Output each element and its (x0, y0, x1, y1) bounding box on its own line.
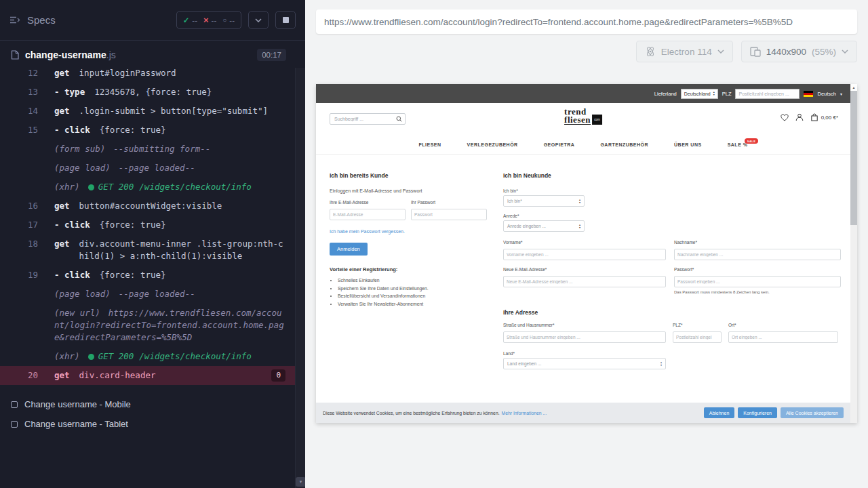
line-number: 16 (9, 200, 38, 212)
collapse-all-button[interactable] (248, 11, 269, 29)
command-row[interactable]: 14 get .login-submit > button[type="subm… (0, 102, 295, 121)
nav-item-geopietra[interactable]: GEOPIETRA (544, 142, 575, 147)
country-value: Deutschland (684, 92, 711, 96)
nav-item-sale[interactable]: SALE %SALE (728, 142, 748, 147)
vorname-input[interactable] (503, 249, 666, 260)
spec-file-icon (11, 50, 19, 60)
line-number: 18 (9, 238, 38, 250)
test-list: Change username - Mobile Change username… (0, 394, 305, 434)
spec-file-row[interactable]: change-username.js 00:17 (0, 41, 305, 68)
nav-item-verlegezubehoer[interactable]: VERLEGEZUBEHÖR (467, 142, 518, 147)
event-row[interactable]: (page load)--page loaded-- (0, 285, 295, 304)
scroll-down-button[interactable]: ▼ (296, 477, 305, 487)
site-scroll-up-button[interactable]: ▲ (850, 84, 857, 91)
command-row[interactable]: 15 - click {force: true} (0, 121, 295, 140)
anrede-label: Anrede* (503, 214, 841, 218)
url-bar[interactable]: https://www.trendfliesen.com/account/log… (316, 9, 857, 34)
stop-icon (283, 17, 289, 23)
test-state-icon (11, 401, 18, 408)
language-label[interactable]: Deutsch (817, 91, 836, 97)
aut-frame: Lieferland Deutschland ▴▾ PLZ Deutsch ▾ … (316, 84, 857, 423)
command-name: get (54, 238, 70, 250)
test-item-tablet[interactable]: Change username - Tablet (0, 414, 305, 434)
cookie-banner: Diese Website verwendet Cookies, um eine… (316, 403, 850, 423)
nav-item-gartenzubehoer[interactable]: GARTENZUBEHÖR (600, 142, 648, 147)
cookie-configure-button[interactable]: Konfigurieren (738, 407, 777, 418)
login-email-input[interactable] (330, 209, 406, 220)
country-select[interactable]: Deutschland ▴▾ (681, 89, 718, 99)
browser-select[interactable]: Electron 114 (636, 41, 733, 62)
ort-input[interactable] (728, 331, 838, 343)
event-row[interactable]: (form sub)--submitting form-- (0, 140, 295, 159)
cookie-text: Diese Website verwendet Cookies, um eine… (323, 411, 500, 415)
command-name: - click (54, 269, 90, 281)
match-count-badge: 0 (271, 369, 285, 382)
cookie-accept-all-button[interactable]: Alle Cookies akzeptieren (781, 407, 844, 418)
neue-email-label: Neue E-Mail-Adresse* (503, 267, 666, 272)
cart-bag-icon (810, 113, 818, 121)
specs-menu-icon[interactable] (9, 16, 20, 24)
command-name: - type (54, 86, 85, 98)
select-arrows-icon: ▴▾ (660, 361, 662, 367)
command-row[interactable]: 16 get button#accountWidget:visible (0, 197, 295, 216)
land-select[interactable]: Land eingeben ... ▴▾ (503, 358, 666, 369)
command-args: button#accountWidget:visible (79, 200, 285, 212)
command-args: {force: true} (100, 124, 285, 136)
test-item-mobile[interactable]: Change username - Mobile (0, 394, 305, 414)
site-logo[interactable]: trend fliesen com (564, 108, 602, 125)
xhr-row[interactable]: (xhr)GET 200/widgets/checkout/info (0, 178, 295, 197)
chevron-down-icon (717, 49, 724, 54)
command-name: - click (54, 219, 90, 231)
login-submit-button[interactable]: Anmelden (330, 243, 368, 256)
sale-badge: SALE (745, 138, 759, 144)
cross-icon: × (203, 16, 209, 24)
strasse-input[interactable] (503, 331, 666, 343)
passwort-input[interactable] (674, 276, 841, 287)
account-user-icon[interactable] (795, 113, 804, 121)
command-name: - click (54, 124, 90, 136)
cookie-decline-button[interactable]: Ablehnen (704, 407, 735, 418)
nav-item-ueber-uns[interactable]: ÜBER UNS (674, 142, 702, 147)
site-scrollbar-thumb[interactable] (850, 91, 857, 225)
command-row[interactable]: 18 get div.account-menu-inner .list-grou… (0, 235, 295, 266)
cart-button[interactable]: 0,00 €* (810, 113, 838, 121)
neue-email-input[interactable] (503, 276, 666, 287)
forgot-password-link[interactable]: Ich habe mein Passwort vergessen. (330, 229, 405, 234)
login-password-input[interactable] (411, 209, 487, 220)
land-label: Land* (503, 351, 666, 356)
viewport-select[interactable]: 1440x900 (55%) (741, 41, 857, 62)
adresse-title: Ihre Adresse (503, 309, 841, 316)
logo-badge: com (592, 115, 602, 125)
search-box[interactable] (330, 113, 406, 125)
vorname-label: Vorname* (503, 240, 666, 245)
register-title: Ich bin Neukunde (503, 172, 841, 179)
plz-input[interactable] (673, 331, 722, 343)
command-row-active[interactable]: 20 get div.card-header 0 (0, 366, 295, 385)
chevron-down-icon (255, 18, 262, 22)
event-row[interactable]: (new url)https://www.trendfliesen.com/ac… (0, 304, 295, 347)
benefit-item: Bestellübersicht und Versandinformatione… (338, 292, 487, 300)
nachname-input[interactable] (674, 249, 841, 260)
browser-name: Electron 114 (661, 47, 712, 57)
spec-timer: 00:17 (257, 49, 286, 61)
sidebar-scrollbar[interactable]: ▲ ▼ (295, 41, 305, 488)
plz-topbar-input[interactable] (735, 89, 800, 99)
login-section: Ich bin bereits Kunde Einloggen mit E-Ma… (330, 172, 487, 308)
chevron-down-icon (842, 49, 848, 54)
site-scrollbar[interactable]: ▲ (850, 84, 857, 423)
command-row[interactable]: 17 - click {force: true} (0, 216, 295, 235)
stop-run-button[interactable] (275, 11, 296, 29)
search-input[interactable] (333, 116, 396, 122)
pending-stat: ○-- (222, 16, 235, 24)
event-row[interactable]: (page load)--page loaded-- (0, 159, 295, 178)
ichbin-select[interactable]: Ich bin* ▴▾ (503, 195, 585, 207)
command-args: {force: true} (100, 269, 285, 281)
wishlist-heart-icon[interactable] (781, 114, 789, 121)
command-name: get (54, 369, 70, 382)
cookie-more-link[interactable]: Mehr Informationen ... (502, 411, 547, 415)
command-row[interactable]: 13 - type 12345678, {force: true} (0, 83, 295, 102)
anrede-select[interactable]: Anrede eingeben ... ▴▾ (503, 220, 585, 232)
xhr-row[interactable]: (xhr)GET 200/widgets/checkout/info (0, 347, 295, 366)
command-row[interactable]: 19 - click {force: true} (0, 266, 295, 285)
nav-item-fliesen[interactable]: FLIESEN (419, 142, 441, 147)
